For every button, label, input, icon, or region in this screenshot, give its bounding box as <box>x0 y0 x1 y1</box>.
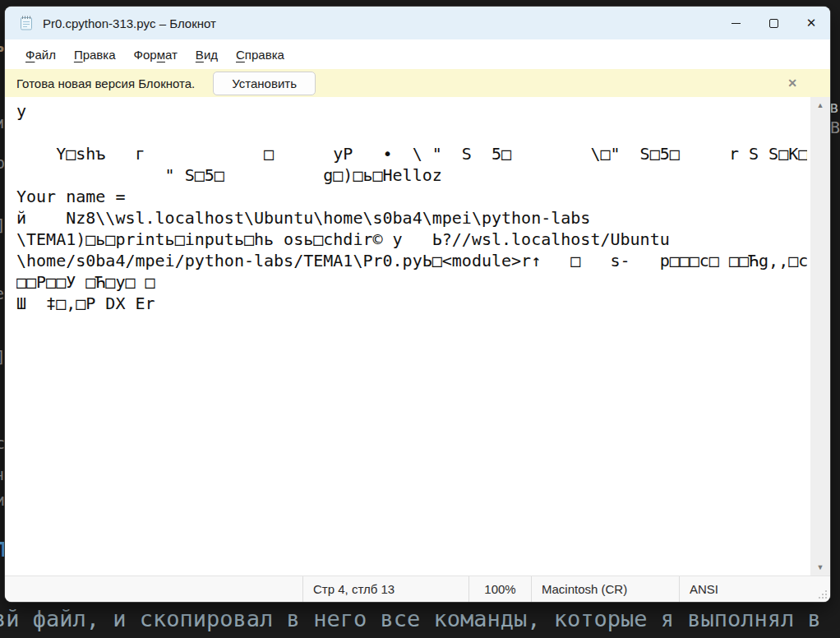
resize-grip[interactable] <box>818 589 828 599</box>
background-text-fragment: е <box>0 284 4 303</box>
background-text-fragment: B <box>830 118 840 137</box>
editor-content: y Y□shъ г □ yP • \ " S 5□ \□" S□5□ r S S… <box>16 100 807 314</box>
notification-close-icon[interactable]: ✕ <box>787 76 797 90</box>
menu-item-edit[interactable]: Правка <box>65 44 125 65</box>
maximize-button[interactable] <box>755 7 792 39</box>
menu-label: Фор <box>134 48 157 62</box>
menu-item-view[interactable]: Вид <box>187 44 227 65</box>
update-message: Готова новая версия Блокнота. <box>16 76 195 90</box>
menu-label-accesskey: С <box>236 48 245 62</box>
background-text-fragment: м <box>0 113 3 132</box>
background-text-fragment: н <box>0 465 4 484</box>
menu-item-help[interactable]: Справка <box>227 44 293 65</box>
status-spacer <box>5 576 302 602</box>
menu-bar: Файл Правка Формат Вид Справка <box>5 39 830 69</box>
minimize-button[interactable] <box>717 7 755 39</box>
caption-buttons: ✕ <box>717 7 830 39</box>
menu-label: ид <box>204 48 218 62</box>
menu-label-accesskey: Ф <box>25 48 35 62</box>
status-zoom-level[interactable]: 100% <box>468 576 531 602</box>
menu-label-accesskey: м <box>157 48 165 62</box>
menu-label-accesskey: В <box>196 48 204 62</box>
editor-line: Your name = <box>16 186 807 207</box>
editor-line: \home/s0ba4/mpei/python-labs/TEMA1\Pr0.p… <box>16 250 807 271</box>
menu-item-file[interactable]: Файл <box>16 44 65 65</box>
notepad-icon <box>18 15 35 31</box>
menu-label: равка <box>83 48 116 62</box>
install-button[interactable]: Установить <box>213 72 316 95</box>
vertical-scrollbar[interactable]: ▲ ▼ <box>810 97 830 576</box>
menu-label-accesskey: П <box>74 48 83 62</box>
scroll-up-icon[interactable]: ▲ <box>817 97 824 113</box>
editor-line: Ш ‡□,□P DX Er <box>16 293 807 314</box>
editor-line: y <box>16 100 807 122</box>
background-document-text: вй файл, и скопировал в него все команды… <box>0 606 821 631</box>
scroll-down-icon[interactable]: ▼ <box>817 559 824 576</box>
status-encoding: ANSI <box>679 576 830 602</box>
title-bar[interactable]: Pr0.cpython-313.pyc – Блокнот ✕ <box>5 7 830 39</box>
editor-line: \TEMA1)□ь□printь□inputь□hь osь□chdir© y … <box>16 229 807 250</box>
menu-label: айл <box>35 48 55 62</box>
update-notification-bar: Готова новая версия Блокнота. Установить… <box>5 69 830 97</box>
editor-line: Y□shъ г □ yP • \ " S 5□ \□" S□5□ r S S□K… <box>16 143 807 164</box>
close-button[interactable]: ✕ <box>792 7 830 39</box>
maximize-icon <box>769 19 778 28</box>
status-bar: Стр 4, стлб 13 100% Macintosh (CR) ANSI <box>5 576 830 602</box>
text-editor[interactable]: y Y□shъ г □ yP • \ " S 5□ \□" S□5□ r S S… <box>5 97 830 576</box>
menu-item-format[interactable]: Формат <box>125 44 187 65</box>
background-text-fragment: в <box>829 97 839 117</box>
status-cursor-position: Стр 4, стлб 13 <box>302 576 468 602</box>
editor-line: □□P□□У □Ћ□y□ □ <box>16 271 807 293</box>
window-title: Pr0.cpython-313.pyc – Блокнот <box>43 16 216 30</box>
menu-label: правка <box>245 48 284 62</box>
status-line-ending: Macintosh (CR) <box>531 576 679 602</box>
close-icon: ✕ <box>806 16 817 30</box>
notepad-window: Pr0.cpython-313.pyc – Блокнот ✕ Файл Пра… <box>5 7 830 602</box>
minimize-icon <box>732 23 741 24</box>
editor-line <box>16 122 807 143</box>
editor-line: " S□5□ g□)□ь□Helloz <box>16 164 807 186</box>
menu-label: ат <box>165 48 178 62</box>
editor-line: й Nz8\\wsl.localhost\Ubuntu\home\s0ba4\m… <box>16 207 807 229</box>
desktop-background: ь м p ] е ] с н и П в B вй файл, и скопи… <box>0 0 840 638</box>
encoding-label: ANSI <box>690 582 718 596</box>
